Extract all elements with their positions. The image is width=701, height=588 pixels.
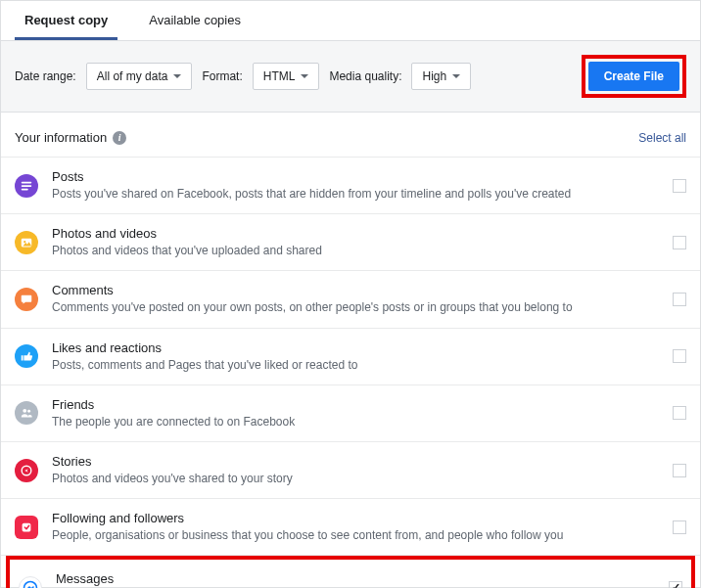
filter-bar: Date range: All of my data Format: HTML …	[1, 41, 700, 113]
posts-icon	[15, 174, 38, 198]
item-desc: Posts, comments and Pages that you've li…	[52, 357, 659, 373]
format-select[interactable]: HTML	[253, 63, 320, 90]
list-item-following[interactable]: Following and followers People, organisa…	[1, 499, 700, 556]
item-title: Posts	[52, 169, 659, 184]
svg-point-5	[23, 409, 26, 413]
following-icon	[15, 516, 38, 539]
tabs: Request copy Available copies	[1, 1, 700, 41]
item-title: Stories	[52, 454, 659, 469]
list-item-friends[interactable]: Friends The people you are connected to …	[1, 385, 700, 442]
quality-label: Media quality:	[329, 69, 401, 83]
checkbox-following[interactable]	[673, 520, 686, 534]
chevron-down-icon	[173, 74, 181, 78]
format-label: Format:	[202, 69, 242, 83]
quality-value: High	[422, 69, 446, 83]
date-range-select[interactable]: All of my data	[86, 63, 193, 90]
item-desc: Photos and videos you've shared to your …	[52, 471, 659, 486]
item-title: Photos and videos	[52, 226, 659, 241]
item-desc: Posts you've shared on Facebook, posts t…	[52, 186, 659, 202]
likes-icon	[15, 344, 38, 368]
chevron-down-icon	[301, 74, 308, 78]
checkbox-likes[interactable]	[673, 349, 686, 363]
checkbox-friends[interactable]	[673, 406, 686, 420]
checkbox-posts[interactable]	[673, 179, 686, 193]
svg-point-4	[23, 241, 25, 243]
list-item-posts[interactable]: Posts Posts you've shared on Facebook, p…	[1, 158, 700, 214]
create-file-button[interactable]: Create File	[588, 62, 679, 91]
item-desc: The people you are connected to on Faceb…	[52, 414, 659, 430]
svg-rect-0	[22, 181, 32, 183]
select-all-link[interactable]: Select all	[638, 131, 686, 145]
create-file-highlight: Create File	[582, 55, 686, 98]
item-title: Friends	[52, 397, 659, 412]
checkbox-stories[interactable]	[673, 464, 686, 477]
checkbox-photos[interactable]	[673, 236, 686, 249]
info-icon[interactable]: i	[113, 131, 126, 145]
list-item-comments[interactable]: Comments Comments you've posted on your …	[1, 271, 700, 328]
tab-request-copy[interactable]: Request copy	[15, 1, 117, 40]
list-item-stories[interactable]: Stories Photos and videos you've shared …	[1, 442, 700, 499]
svg-rect-8	[23, 522, 31, 531]
item-desc: Photos and videos that you've uploaded a…	[52, 243, 659, 258]
checkbox-comments[interactable]	[673, 293, 686, 306]
comments-icon	[15, 288, 38, 311]
format-value: HTML	[263, 69, 296, 83]
svg-rect-1	[22, 185, 32, 187]
checkbox-messages[interactable]	[669, 581, 682, 588]
item-title: Likes and reactions	[52, 340, 659, 355]
messages-highlight: Messages Messages you've exchanged with …	[6, 556, 695, 588]
svg-rect-2	[22, 188, 28, 190]
list-item-photos[interactable]: Photos and videos Photos and videos that…	[1, 214, 700, 271]
svg-point-6	[27, 410, 30, 413]
list-item-likes[interactable]: Likes and reactions Posts, comments and …	[1, 329, 700, 385]
tab-available-copies[interactable]: Available copies	[139, 1, 251, 40]
messages-icon	[19, 576, 42, 588]
item-title: Comments	[52, 283, 659, 297]
date-range-label: Date range:	[15, 69, 76, 83]
quality-select[interactable]: High	[411, 63, 471, 90]
item-title: Messages	[56, 571, 655, 586]
chevron-down-icon	[452, 74, 460, 78]
item-title: Following and followers	[52, 511, 659, 525]
photos-icon	[15, 231, 38, 254]
item-desc: Comments you've posted on your own posts…	[52, 299, 659, 315]
stories-icon	[15, 459, 38, 482]
friends-icon	[15, 401, 38, 425]
item-desc: People, organisations or business that y…	[52, 527, 659, 543]
section-title: Your information	[15, 130, 107, 145]
section-header: Your information i Select all	[1, 113, 700, 158]
list-item-messages[interactable]: Messages Messages you've exchanged with …	[10, 560, 691, 588]
date-range-value: All of my data	[97, 69, 168, 83]
